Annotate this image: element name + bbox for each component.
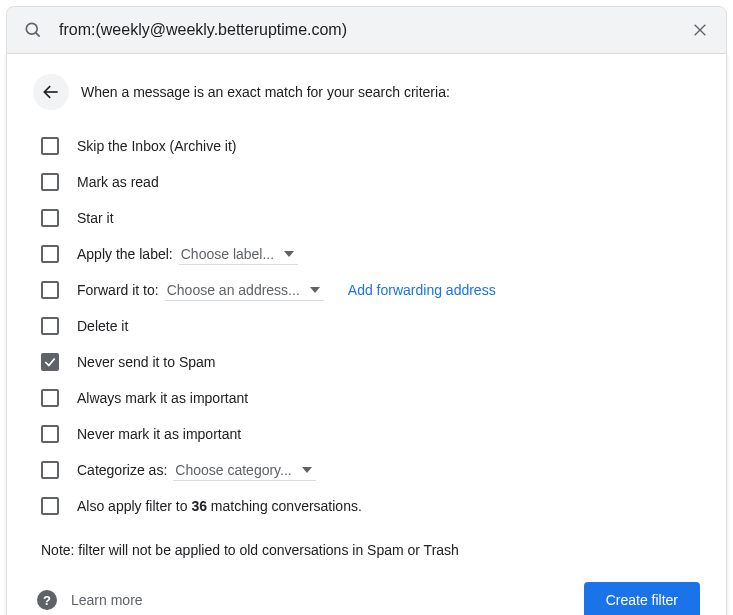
close-icon[interactable] xyxy=(688,18,712,42)
option-label: Apply the label: xyxy=(77,246,173,262)
svg-marker-6 xyxy=(310,287,320,293)
checkbox-always-important[interactable] xyxy=(41,389,59,407)
checkbox-star[interactable] xyxy=(41,209,59,227)
caret-down-icon xyxy=(302,467,312,473)
svg-line-1 xyxy=(36,33,40,37)
also-apply-count: 36 xyxy=(191,498,207,514)
back-button[interactable] xyxy=(33,74,69,110)
forward-address-dropdown[interactable]: Choose an address... xyxy=(165,280,324,301)
add-forwarding-address-link[interactable]: Add forwarding address xyxy=(348,282,496,298)
checkbox-forward[interactable] xyxy=(41,281,59,299)
filter-actions-panel: When a message is an exact match for you… xyxy=(6,54,727,615)
option-label: Delete it xyxy=(77,318,128,334)
option-label: Star it xyxy=(77,210,114,226)
dropdown-text: Choose an address... xyxy=(167,282,300,298)
panel-header: When a message is an exact match for you… xyxy=(33,74,700,110)
option-forward: Forward it to: Choose an address... Add … xyxy=(33,272,700,308)
category-dropdown[interactable]: Choose category... xyxy=(173,460,315,481)
option-star: Star it xyxy=(33,200,700,236)
option-never-important: Never mark it as important xyxy=(33,416,700,452)
checkbox-never-spam[interactable] xyxy=(41,353,59,371)
checkbox-never-important[interactable] xyxy=(41,425,59,443)
create-filter-button[interactable]: Create filter xyxy=(584,582,700,615)
option-categorize: Categorize as: Choose category... xyxy=(33,452,700,488)
option-always-important: Always mark it as important xyxy=(33,380,700,416)
option-never-spam: Never send it to Spam xyxy=(33,344,700,380)
checkbox-skip-inbox[interactable] xyxy=(41,137,59,155)
option-label: Never send it to Spam xyxy=(77,354,216,370)
label-dropdown[interactable]: Choose label... xyxy=(179,244,298,265)
option-label: Forward it to: xyxy=(77,282,159,298)
learn-more-link[interactable]: Learn more xyxy=(71,592,584,608)
option-label: Never mark it as important xyxy=(77,426,241,442)
also-apply-prefix: Also apply filter to xyxy=(77,498,191,514)
search-icon[interactable] xyxy=(21,18,45,42)
checkbox-categorize[interactable] xyxy=(41,461,59,479)
checkbox-delete[interactable] xyxy=(41,317,59,335)
panel-header-text: When a message is an exact match for you… xyxy=(81,84,450,100)
option-label: Mark as read xyxy=(77,174,159,190)
also-apply-suffix: matching conversations. xyxy=(207,498,362,514)
svg-point-0 xyxy=(26,23,37,34)
help-icon[interactable]: ? xyxy=(37,590,57,610)
caret-down-icon xyxy=(284,251,294,257)
option-mark-read: Mark as read xyxy=(33,164,700,200)
option-delete: Delete it xyxy=(33,308,700,344)
caret-down-icon xyxy=(310,287,320,293)
search-input[interactable] xyxy=(45,21,688,39)
option-label: Also apply filter to 36 matching convers… xyxy=(77,498,362,514)
option-also-apply: Also apply filter to 36 matching convers… xyxy=(33,488,700,524)
note-text: Note: filter will not be applied to old … xyxy=(33,542,700,558)
option-label: Categorize as: xyxy=(77,462,167,478)
checkbox-mark-read[interactable] xyxy=(41,173,59,191)
svg-marker-7 xyxy=(302,467,312,473)
dropdown-text: Choose category... xyxy=(175,462,291,478)
panel-footer: ? Learn more Create filter xyxy=(33,582,700,615)
option-skip-inbox: Skip the Inbox (Archive it) xyxy=(33,128,700,164)
option-label: Always mark it as important xyxy=(77,390,248,406)
option-label: Skip the Inbox (Archive it) xyxy=(77,138,237,154)
svg-marker-5 xyxy=(284,251,294,257)
checkbox-apply-label[interactable] xyxy=(41,245,59,263)
checkbox-also-apply[interactable] xyxy=(41,497,59,515)
search-bar xyxy=(6,6,727,54)
option-apply-label: Apply the label: Choose label... xyxy=(33,236,700,272)
dropdown-text: Choose label... xyxy=(181,246,274,262)
